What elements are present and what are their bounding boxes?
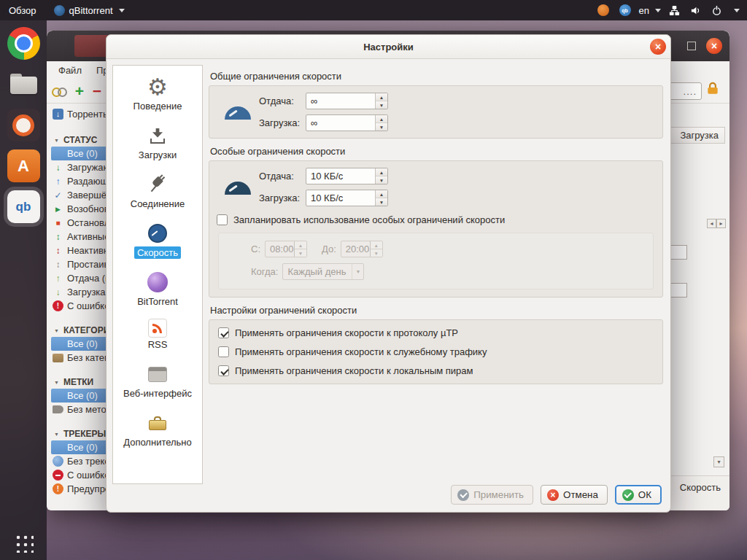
menu-file[interactable]: Файл bbox=[51, 65, 89, 76]
add-torrent-icon[interactable] bbox=[71, 83, 88, 99]
schedule-from-spinbox[interactable]: 08:00 bbox=[265, 241, 307, 257]
settings-category[interactable]: RSS bbox=[113, 314, 202, 357]
scroll-left-icon[interactable]: ◂ bbox=[707, 219, 716, 228]
qbittorrent-tray-icon[interactable]: qb bbox=[619, 4, 631, 16]
chevron-down-icon[interactable] bbox=[732, 9, 740, 12]
globe-icon bbox=[53, 456, 63, 467]
settings-category[interactable]: Скорость bbox=[113, 216, 202, 265]
plug-icon bbox=[154, 172, 161, 197]
tab-speed[interactable]: Скорость bbox=[680, 482, 721, 493]
group-title-alternative-limits: Особые ограничения скорости bbox=[210, 146, 663, 157]
utp-rate-limit-checkbox[interactable] bbox=[218, 327, 229, 338]
alt-download-limit-spinbox[interactable]: 10 КБ/с bbox=[306, 190, 388, 206]
chevron-down-icon bbox=[119, 9, 125, 12]
settings-category[interactable]: Веб-интерфейс bbox=[113, 357, 202, 405]
alt-upload-limit-spinbox[interactable]: 10 КБ/с bbox=[306, 168, 388, 184]
tracker-error-icon bbox=[53, 470, 63, 481]
spin-down-icon[interactable] bbox=[376, 123, 387, 131]
global-upload-limit-spinbox[interactable]: ∞ bbox=[306, 93, 388, 109]
app-menu[interactable]: qBittorrent bbox=[45, 0, 133, 20]
speed-gauge-icon bbox=[225, 105, 251, 120]
filter-label: Активные bbox=[67, 231, 109, 242]
top-bar: Обзор qBittorrent qb en bbox=[0, 0, 747, 20]
toolbox-icon bbox=[149, 411, 166, 435]
upload-limit-label: Отдача: bbox=[259, 171, 306, 182]
ubuntu-software-dock-icon[interactable]: A bbox=[7, 149, 40, 182]
settings-category[interactable]: Поведение bbox=[113, 69, 202, 118]
filter-label: СТАТУС bbox=[63, 135, 97, 145]
dialog-buttons: Применить Отмена ОК bbox=[451, 485, 662, 505]
restore-window-icon[interactable] bbox=[687, 42, 696, 50]
alternative-limits-group: Отдача: 10 КБ/с Загрузка: 10 КБ/с bbox=[209, 160, 663, 298]
error-icon bbox=[53, 300, 63, 311]
volume-icon[interactable] bbox=[690, 5, 701, 16]
schedule-to-spinbox[interactable]: 20:00 bbox=[341, 241, 383, 257]
media-app-dock-icon[interactable] bbox=[7, 109, 40, 141]
settings-dialog: Настройки Поведение Загрузки Соединение … bbox=[106, 34, 671, 513]
speed-settings-page: Общие ограничения скорости Отдача: ∞ Заг… bbox=[209, 65, 663, 480]
network-icon[interactable] bbox=[669, 5, 680, 16]
app-grid-icon[interactable] bbox=[14, 533, 34, 553]
settings-category-label: Загрузки bbox=[136, 149, 179, 161]
spin-down-icon[interactable] bbox=[376, 101, 387, 109]
rate-limit-settings-group: Применять ограничения скорости к протоко… bbox=[209, 319, 663, 384]
overhead-rate-limit-checkbox[interactable] bbox=[218, 346, 229, 357]
filter-label: Все (0) bbox=[67, 390, 98, 401]
spin-down-icon[interactable] bbox=[376, 198, 387, 206]
language-indicator[interactable]: en bbox=[636, 0, 664, 20]
filter-label: МЕТКИ bbox=[63, 377, 93, 387]
spin-up-icon[interactable] bbox=[376, 93, 387, 101]
settings-category[interactable]: BitTorrent bbox=[113, 265, 202, 314]
schedule-when-dropdown[interactable]: Каждый день bbox=[282, 263, 364, 280]
activities-button[interactable]: Обзор bbox=[0, 0, 45, 20]
files-dock-icon[interactable] bbox=[7, 68, 40, 101]
dialog-titlebar[interactable]: Настройки bbox=[107, 35, 670, 59]
tray-app-icon[interactable] bbox=[597, 4, 609, 16]
schedule-from-label: С: bbox=[251, 244, 260, 254]
close-dialog-icon[interactable] bbox=[650, 39, 666, 55]
qbittorrent-dock-icon[interactable]: qb bbox=[7, 190, 40, 223]
blank-icon bbox=[53, 338, 63, 349]
add-torrent-link-icon[interactable] bbox=[51, 83, 67, 99]
spin-up-icon[interactable] bbox=[376, 190, 387, 198]
blank-icon bbox=[53, 390, 63, 401]
lock-icon[interactable] bbox=[705, 81, 720, 98]
blank-icon bbox=[53, 442, 63, 453]
spin-down-icon[interactable] bbox=[376, 176, 387, 184]
resumed-icon bbox=[53, 203, 63, 214]
global-limits-group: Отдача: ∞ Загрузка: ∞ bbox=[209, 85, 663, 139]
local-peers-rate-limit-checkbox[interactable] bbox=[218, 365, 229, 376]
apply-button[interactable]: Применить bbox=[451, 485, 533, 505]
download-limit-label: Загрузка: bbox=[259, 192, 306, 203]
completed-icon bbox=[53, 190, 63, 201]
settings-category[interactable]: Загрузки bbox=[113, 118, 202, 167]
utp-rate-limit-label: Применять ограничения скорости к протоко… bbox=[235, 327, 458, 338]
settings-category[interactable]: Дополнительно bbox=[113, 405, 202, 454]
settings-category-label: Соединение bbox=[128, 198, 188, 210]
settings-category[interactable]: Соединение bbox=[113, 167, 202, 216]
close-window-icon[interactable] bbox=[706, 38, 722, 54]
filter-label: Все (0) bbox=[67, 338, 98, 349]
stalled-icon bbox=[53, 259, 63, 270]
chevron-down-icon bbox=[655, 9, 661, 12]
cancel-button[interactable]: Отмена bbox=[541, 485, 608, 505]
filter-label: Без меток bbox=[67, 404, 111, 415]
gear-icon bbox=[147, 74, 168, 99]
speedometer-icon bbox=[148, 221, 167, 246]
spin-up-icon[interactable] bbox=[376, 115, 387, 123]
overhead-rate-limit-label: Применять ограничения скорости к служебн… bbox=[235, 346, 487, 357]
delete-torrent-icon[interactable] bbox=[89, 83, 105, 99]
power-icon[interactable] bbox=[711, 5, 722, 16]
spin-up-icon[interactable] bbox=[376, 168, 387, 176]
scroll-right-icon[interactable]: ▸ bbox=[716, 219, 726, 228]
app-menu-label: qBittorrent bbox=[69, 5, 113, 16]
group-title-global-limits: Общие ограничения скорости bbox=[210, 71, 663, 82]
chrome-dock-icon[interactable] bbox=[7, 27, 40, 60]
ok-button[interactable]: ОК bbox=[615, 485, 662, 505]
cancel-cross-icon bbox=[547, 489, 559, 501]
scroll-down-icon[interactable]: ▾ bbox=[713, 456, 724, 467]
download-icon bbox=[150, 123, 165, 148]
schedule-checkbox[interactable] bbox=[217, 214, 228, 225]
global-download-limit-spinbox[interactable]: ∞ bbox=[306, 114, 388, 131]
folder-icon bbox=[53, 354, 63, 362]
